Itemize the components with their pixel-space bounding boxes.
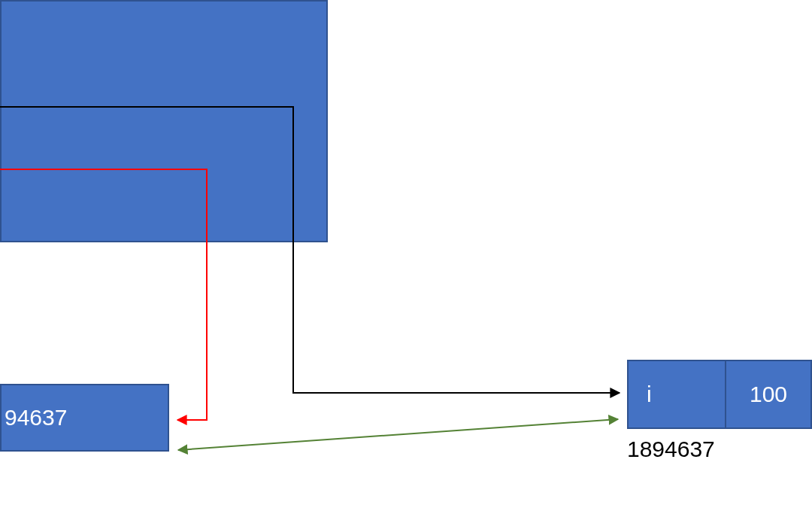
variable-address-label: 1894637 — [627, 437, 715, 462]
variable-value-cell: 100 — [726, 361, 810, 427]
variable-value: 100 — [750, 382, 787, 407]
variable-name: i — [647, 382, 652, 407]
variable-name-cell: i — [629, 361, 726, 427]
source-block — [0, 0, 328, 242]
diagram-canvas: 94637 i 100 1894637 — [0, 0, 812, 508]
green-arrow — [178, 419, 618, 450]
pointer-value: 94637 — [5, 405, 67, 430]
pointer-box: 94637 — [0, 384, 169, 452]
variable-box: i 100 — [627, 360, 812, 429]
